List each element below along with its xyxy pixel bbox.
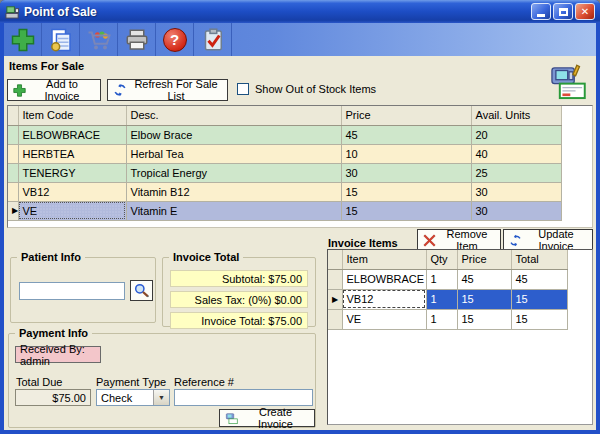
subtotal-value: Subtotal: $75.00	[222, 273, 302, 285]
col-desc[interactable]: Desc.	[126, 106, 341, 125]
sale-row-elbowbrace[interactable]: ELBOWBRACE Elbow Brace 45 20	[8, 125, 561, 144]
chevron-down-icon[interactable]: ▼	[153, 390, 169, 405]
patient-info-group: Patient Info	[10, 257, 156, 323]
toolbar: ?	[4, 23, 596, 56]
toolbar-help-button[interactable]: ?	[156, 23, 194, 56]
total-due-field: $75.00	[15, 389, 91, 406]
total-due-value: $75.00	[52, 392, 86, 404]
payment-info-title: Payment Info	[15, 327, 92, 339]
col-item[interactable]: Item	[342, 250, 426, 269]
print-icon	[125, 28, 149, 52]
maximize-icon	[559, 8, 568, 16]
window-title: Point of Sale	[24, 5, 97, 19]
invoice-grid-header-row: Item Qty Price Total	[328, 250, 567, 269]
add-icon	[11, 28, 35, 52]
sale-grid-header-row: Item Code Desc. Price Avail. Units	[8, 106, 561, 125]
create-invoice-label: Create Invoice	[243, 406, 314, 430]
app-icon	[5, 4, 20, 19]
sale-row-vb12[interactable]: VB12 Vitamin B12 15 30	[8, 182, 561, 201]
help-icon: ?	[163, 28, 187, 52]
invoice-row-elbowbrace[interactable]: ELBOWBRACE 1 45 45	[328, 269, 567, 289]
row-selector-arrow: ▶	[328, 289, 342, 309]
tasks-clipboard-icon	[201, 28, 225, 52]
selector-header	[8, 106, 18, 125]
payment-type-dropdown[interactable]: Check ▼	[96, 389, 170, 406]
invoice-total-group: Invoice Total Subtotal: $75.00 Sales Tax…	[162, 257, 316, 327]
patient-search-button[interactable]	[130, 280, 153, 301]
invoice-total-title: Invoice Total	[169, 251, 243, 263]
received-by-text: Received By: admin	[20, 343, 100, 367]
point-of-sale-window: Point of Sale ✕	[0, 0, 600, 434]
add-to-invoice-label: Add to Invoice	[30, 78, 100, 102]
col-price[interactable]: Price	[341, 106, 471, 125]
minimize-button[interactable]	[531, 3, 551, 20]
close-button[interactable]: ✕	[575, 3, 595, 20]
sale-row-tenergy[interactable]: TENERGY Tropical Energy 30 25	[8, 163, 561, 182]
sale-row-ve-selected[interactable]: ▶ VE Vitamin E 15 30	[8, 201, 561, 220]
create-invoice-button[interactable]: Create Invoice	[219, 409, 315, 427]
refresh-for-sale-list-button[interactable]: Refresh For Sale List	[107, 79, 228, 101]
refresh-icon	[113, 83, 127, 97]
minimize-icon	[537, 14, 545, 17]
toolbar-print-button[interactable]	[118, 23, 156, 56]
invoice-row-vb12-selected[interactable]: ▶ VB12 1 15 15	[328, 289, 567, 309]
sales-tax-bar: Sales Tax: (0%) $0.00	[170, 291, 308, 308]
payment-info-group: Payment Info Received By: admin Total Du…	[8, 333, 316, 428]
invoice-row-ve[interactable]: VE 1 15 15	[328, 309, 567, 329]
item-list-icon	[49, 28, 73, 52]
payment-type-value: Check	[97, 392, 153, 404]
col-price[interactable]: Price	[457, 250, 511, 269]
col-avail-units[interactable]: Avail. Units	[471, 106, 561, 125]
invoice-total-value: Invoice Total: $75.00	[201, 315, 302, 327]
patient-info-title: Patient Info	[17, 251, 85, 263]
refresh-for-sale-list-label: Refresh For Sale List	[131, 78, 227, 102]
add-to-invoice-button[interactable]: Add to Invoice	[7, 79, 101, 101]
total-due-label: Total Due	[16, 376, 62, 388]
received-by-box: Received By: admin	[15, 346, 101, 363]
maximize-button[interactable]	[553, 3, 573, 20]
close-icon: ✕	[581, 7, 589, 17]
toolbar-cart-button[interactable]	[80, 23, 118, 56]
col-total[interactable]: Total	[511, 250, 567, 269]
patient-search-input[interactable]	[19, 282, 125, 300]
magnifier-icon	[134, 283, 149, 298]
client-area: Items For Sale Add to Invoice Refresh Fo…	[4, 56, 596, 430]
subtotal-bar: Subtotal: $75.00	[170, 270, 308, 287]
remove-item-button[interactable]: Remove Item	[417, 229, 501, 251]
shopping-cart-icon	[87, 28, 111, 52]
items-for-sale-grid[interactable]: Item Code Desc. Price Avail. Units ELBOW…	[7, 105, 593, 228]
add-icon	[13, 84, 26, 97]
invoice-items-grid[interactable]: Item Qty Price Total ELBOWBRACE 1 45 45 …	[327, 249, 593, 425]
remove-x-icon	[423, 234, 436, 247]
selector-header	[328, 250, 342, 269]
toolbar-add-button[interactable]	[4, 23, 42, 56]
update-invoice-button[interactable]: Update Invoice	[503, 229, 593, 251]
sales-tax-value: Sales Tax: (0%) $0.00	[195, 294, 302, 306]
show-out-of-stock-label: Show Out of Stock Items	[255, 83, 376, 95]
items-for-sale-title: Items For Sale	[9, 60, 84, 72]
toolbar-tasks-button[interactable]	[194, 23, 232, 56]
show-out-of-stock-checkbox[interactable]	[237, 83, 249, 95]
reference-input[interactable]	[174, 389, 313, 406]
refresh-icon	[509, 234, 522, 247]
payment-type-label: Payment Type	[96, 376, 166, 388]
show-out-of-stock-checkbox-row: Show Out of Stock Items	[237, 83, 376, 95]
pos-terminal-icon	[548, 60, 590, 102]
invoice-total-bar: Invoice Total: $75.00	[170, 312, 308, 329]
reference-label: Reference #	[174, 376, 234, 388]
titlebar[interactable]: Point of Sale ✕	[0, 0, 600, 23]
toolbar-items-button[interactable]	[42, 23, 80, 56]
sale-row-herbtea[interactable]: HERBTEA Herbal Tea 10 40	[8, 144, 561, 163]
invoice-items-title: Invoice Items	[328, 237, 398, 249]
col-item-code[interactable]: Item Code	[18, 106, 126, 125]
create-invoice-icon	[225, 411, 239, 425]
row-selector-arrow: ▶	[8, 201, 18, 220]
col-qty[interactable]: Qty	[426, 250, 457, 269]
